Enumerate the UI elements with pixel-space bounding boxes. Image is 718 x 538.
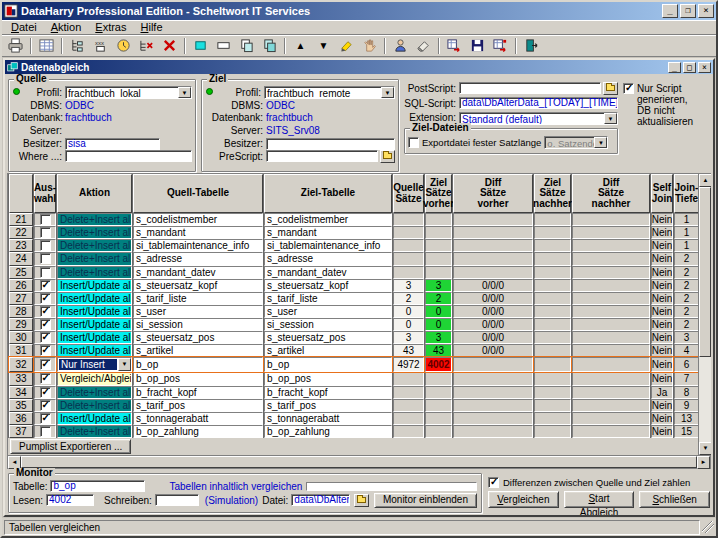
aktion-cell[interactable]: Insert/Update alle	[57, 305, 132, 318]
row-number[interactable]: 35	[9, 399, 33, 412]
aktion-cell[interactable]: Delete+Insert alle	[57, 266, 132, 279]
exit-icon[interactable]	[520, 36, 543, 55]
aktion-cell[interactable]: Insert/Update alle	[57, 412, 132, 425]
datei-input[interactable]: data\DbAlterData_2003-11-25_	[291, 494, 350, 506]
aktion-cell[interactable]: Delete+Insert alle	[57, 252, 132, 265]
nur-script-checkbox[interactable]	[623, 83, 634, 94]
row-number[interactable]: 24	[9, 252, 33, 265]
column-header[interactable]: Quell-Tabelle	[133, 174, 263, 213]
export-script-icon[interactable]	[443, 36, 466, 55]
vergleichen-button[interactable]: Vergleichen	[488, 491, 559, 508]
row-number[interactable]: 31	[9, 344, 33, 357]
ziel-tabelle-cell[interactable]: s_artikel	[264, 344, 392, 357]
minimize-icon[interactable]: _	[662, 4, 678, 18]
row-checkbox[interactable]	[40, 387, 51, 398]
ziel-profil-select[interactable]: frachtbuch_remote▼	[264, 86, 395, 99]
row-select-cell[interactable]	[34, 412, 56, 425]
chevron-down-icon[interactable]: ▼	[381, 87, 394, 98]
row-number[interactable]: 26	[9, 279, 33, 292]
row-select-cell[interactable]	[34, 252, 56, 265]
ziel-tabelle-cell[interactable]: s_steuersatz_pos	[264, 331, 392, 344]
ziel-tabelle-cell[interactable]: s_codelistmember	[264, 213, 392, 226]
move-up-icon[interactable]: ▲	[289, 36, 312, 55]
row-select-cell[interactable]	[34, 425, 56, 438]
row-checkbox[interactable]	[40, 227, 51, 238]
restore-icon[interactable]: ❐	[680, 4, 696, 18]
row-number[interactable]: 30	[9, 331, 33, 344]
copy-append-icon[interactable]	[258, 36, 281, 55]
column-header[interactable]: Aus- wahl	[34, 174, 56, 213]
quell-tabelle-cell[interactable]: s_artikel	[133, 344, 263, 357]
row-checkbox[interactable]	[40, 345, 51, 356]
row-checkbox[interactable]	[40, 267, 51, 278]
row-select-cell[interactable]	[34, 331, 56, 344]
row-number[interactable]: 29	[9, 318, 33, 331]
aktion-cell[interactable]: Nur Insert▼	[57, 357, 132, 372]
row-checkbox[interactable]	[40, 332, 51, 343]
printer-icon[interactable]	[4, 36, 27, 55]
row-checkbox[interactable]	[40, 373, 51, 384]
chevron-down-icon[interactable]: ▼	[178, 87, 191, 98]
row-number[interactable]: 27	[9, 292, 33, 305]
child-close-icon[interactable]: ×	[698, 62, 711, 73]
delete-rows-icon[interactable]	[135, 36, 158, 55]
row-number[interactable]: 37	[9, 425, 33, 438]
ziel-tabelle-cell[interactable]: s_mandant	[264, 226, 392, 239]
horizontal-scrollbar[interactable]: ◄ ►	[7, 456, 711, 469]
column-header[interactable]: Ziel Sätze nachher	[534, 174, 571, 213]
column-header[interactable]: Ziel Sätze vorher	[425, 174, 452, 213]
copy-icon[interactable]	[235, 36, 258, 55]
ziel-tabelle-cell[interactable]: si_session	[264, 318, 392, 331]
row-select-cell[interactable]	[34, 305, 56, 318]
aktion-cell[interactable]: Vergleich/Abgleich	[57, 372, 132, 385]
postscript-input[interactable]	[459, 82, 601, 94]
column-header[interactable]: Join- Tiefe	[674, 174, 698, 213]
truncate-table-icon[interactable]: xxx	[89, 36, 112, 55]
row-number[interactable]: 28	[9, 305, 33, 318]
ziel-tabelle-cell[interactable]: b_op_pos	[264, 372, 392, 385]
row-checkbox[interactable]	[40, 400, 51, 411]
quelle-besitzer-input[interactable]: sisa	[65, 138, 160, 150]
aktion-cell[interactable]: Delete+Insert alle	[57, 399, 132, 412]
aktion-cell[interactable]: Delete+Insert alle	[57, 386, 132, 399]
row-select-cell[interactable]	[34, 292, 56, 305]
row-select-cell[interactable]	[34, 386, 56, 399]
child-minimize-icon[interactable]: _	[668, 62, 681, 73]
satzende-select[interactable]: o. Satzende▼	[544, 136, 608, 149]
row-number[interactable]: 36	[9, 412, 33, 425]
quelle-profil-select[interactable]: frachtbuch_lokal▼	[65, 86, 192, 99]
row-select-cell[interactable]	[34, 213, 56, 226]
row-number[interactable]: 25	[9, 266, 33, 279]
quell-tabelle-cell[interactable]: s_tonnagerabatt	[133, 412, 263, 425]
scroll-up-icon[interactable]: ▲	[699, 174, 711, 187]
horizontal-scroll-thumb[interactable]	[21, 456, 697, 468]
quell-tabelle-cell[interactable]: s_tarif_pos	[133, 399, 263, 412]
postscript-folder-button[interactable]	[603, 82, 618, 95]
quelle-where-input[interactable]	[65, 150, 192, 162]
column-header[interactable]	[9, 174, 33, 213]
ziel-tabelle-cell[interactable]: s_steuersatz_kopf	[264, 279, 392, 292]
ziel-tabelle-cell[interactable]: s_tarif_pos	[264, 399, 392, 412]
row-checkbox[interactable]	[40, 413, 51, 424]
move-down-icon[interactable]: ▼	[312, 36, 335, 55]
ziel-tabelle-cell[interactable]: si_tablemaintenance_info	[264, 239, 392, 252]
differenzen-checkbox[interactable]	[488, 477, 499, 488]
row-checkbox[interactable]	[40, 214, 51, 225]
quell-tabelle-cell[interactable]: b_fracht_kopf	[133, 386, 263, 399]
marker-icon[interactable]	[335, 36, 358, 55]
aktion-cell[interactable]: Delete+Insert alle	[57, 239, 132, 252]
row-select-cell[interactable]	[34, 357, 56, 372]
quell-tabelle-cell[interactable]: s_user	[133, 305, 263, 318]
ziel-tabelle-cell[interactable]: s_user	[264, 305, 392, 318]
quell-tabelle-cell[interactable]: s_tarif_liste	[133, 292, 263, 305]
vertical-scroll-thumb[interactable]	[699, 187, 711, 357]
aktion-cell[interactable]: Insert/Update alle	[57, 331, 132, 344]
quell-tabelle-cell[interactable]: b_op_zahlung	[133, 425, 263, 438]
quell-tabelle-cell[interactable]: s_mandant	[133, 226, 263, 239]
aktion-cell[interactable]: Insert/Update alle	[57, 344, 132, 357]
row-checkbox[interactable]	[40, 293, 51, 304]
column-header[interactable]: Quelle Sätze	[393, 174, 424, 213]
ziel-tabelle-cell[interactable]: s_mandant_datev	[264, 266, 392, 279]
exportdatei-checkbox[interactable]	[408, 137, 419, 148]
quell-tabelle-cell[interactable]: si_session	[133, 318, 263, 331]
